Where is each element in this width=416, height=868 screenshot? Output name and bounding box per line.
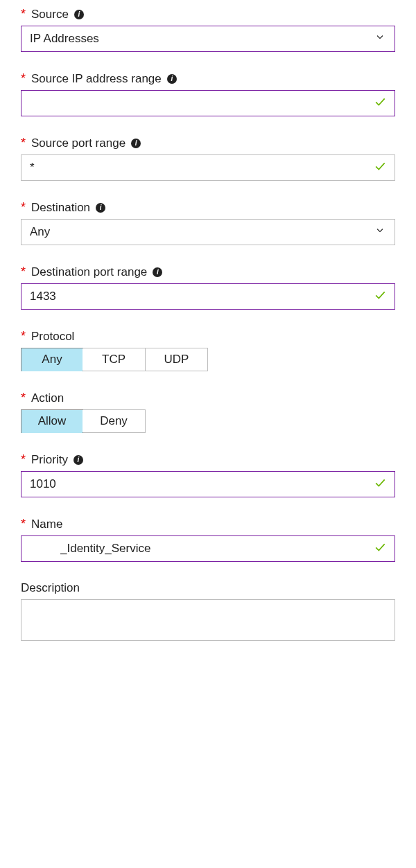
info-icon[interactable]: i	[73, 455, 83, 465]
source-select-wrap	[21, 26, 395, 52]
protocol-group: * Protocol AnyTCPUDP	[21, 329, 395, 371]
source-label: Source	[31, 8, 69, 21]
source-select[interactable]	[21, 26, 395, 52]
priority-label-row: * Priority i	[21, 452, 395, 467]
source-ip-range-input-wrap	[21, 90, 395, 116]
action-label-row: * Action	[21, 391, 395, 405]
action-group: * Action AllowDeny	[21, 391, 395, 433]
required-star: *	[21, 452, 26, 467]
info-icon[interactable]: i	[153, 267, 162, 277]
priority-input-wrap	[21, 471, 395, 497]
protocol-option-any[interactable]: Any	[21, 348, 83, 371]
action-toggle: AllowDeny	[21, 409, 146, 433]
description-label-row: Description	[21, 581, 395, 595]
protocol-label: Protocol	[31, 330, 74, 344]
source-ip-range-input[interactable]	[21, 90, 395, 116]
name-input-wrap	[21, 535, 395, 562]
required-star: *	[21, 517, 26, 531]
destination-label-row: * Destination i	[21, 200, 395, 215]
info-icon[interactable]: i	[131, 139, 141, 148]
priority-label: Priority	[31, 453, 68, 467]
destination-port-range-label: Destination port range	[31, 265, 147, 279]
destination-port-range-input-wrap	[21, 283, 395, 310]
required-star: *	[21, 391, 26, 405]
destination-label: Destination	[31, 201, 90, 215]
destination-port-range-label-row: * Destination port range i	[21, 265, 395, 279]
priority-input[interactable]	[21, 471, 395, 497]
required-star: *	[21, 265, 26, 279]
required-star: *	[21, 71, 26, 86]
destination-group: * Destination i	[21, 200, 395, 245]
info-icon[interactable]: i	[167, 74, 177, 84]
source-port-range-label-row: * Source port range i	[21, 136, 395, 150]
name-label-row: * Name	[21, 517, 395, 531]
required-star: *	[21, 329, 26, 344]
info-icon[interactable]: i	[96, 203, 105, 213]
source-port-range-input-wrap	[21, 154, 395, 181]
name-input[interactable]	[21, 535, 395, 562]
protocol-label-row: * Protocol	[21, 329, 395, 344]
info-icon[interactable]: i	[74, 10, 84, 19]
priority-group: * Priority i	[21, 452, 395, 497]
destination-port-range-input[interactable]	[21, 283, 395, 310]
action-label: Action	[31, 391, 64, 405]
required-star: *	[21, 7, 26, 21]
description-input[interactable]	[21, 599, 395, 641]
source-port-range-input[interactable]	[21, 154, 395, 181]
name-group: * Name	[21, 517, 395, 562]
source-ip-range-label-row: * Source IP address range i	[21, 71, 395, 86]
action-option-allow[interactable]: Allow	[21, 409, 83, 433]
protocol-option-tcp[interactable]: TCP	[83, 348, 145, 371]
required-star: *	[21, 200, 26, 215]
destination-select[interactable]	[21, 219, 395, 245]
required-star: *	[21, 136, 26, 150]
source-group: * Source i	[21, 7, 395, 52]
protocol-toggle: AnyTCPUDP	[21, 348, 208, 371]
name-label: Name	[31, 517, 62, 531]
source-label-row: * Source i	[21, 7, 395, 21]
source-ip-range-group: * Source IP address range i	[21, 71, 395, 116]
action-option-deny[interactable]: Deny	[83, 410, 145, 432]
destination-port-range-group: * Destination port range i	[21, 265, 395, 310]
destination-select-wrap	[21, 219, 395, 245]
source-port-range-label: Source port range	[31, 136, 125, 150]
protocol-option-udp[interactable]: UDP	[145, 348, 207, 371]
source-port-range-group: * Source port range i	[21, 136, 395, 181]
description-group: Description	[21, 581, 395, 644]
description-label: Description	[21, 581, 80, 595]
source-ip-range-label: Source IP address range	[31, 72, 162, 86]
